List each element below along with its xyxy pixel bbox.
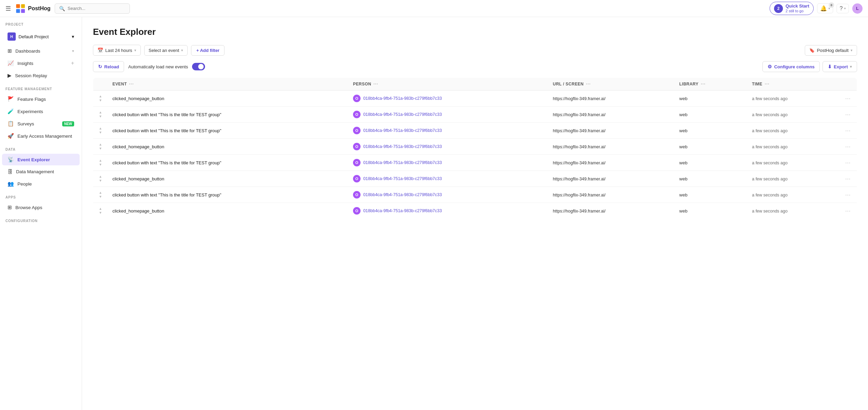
row-expand-cell: ▲ ▼ [93, 139, 108, 155]
row-menu-icon[interactable]: ⋯ [844, 175, 852, 182]
toggle-slider [192, 63, 205, 70]
event-name[interactable]: clicked button with text "This is the ti… [112, 160, 221, 165]
row-menu-icon[interactable]: ⋯ [844, 159, 852, 166]
time-range-button[interactable]: 📅 Last 24 hours ▾ [93, 45, 141, 56]
user-avatar[interactable]: L [852, 3, 863, 14]
sidebar-item-data-management[interactable]: 🗄 Data Management [2, 166, 80, 177]
logo-text: PostHog [28, 5, 51, 12]
person-link[interactable]: 018bb4ca-9fb4-751a-983b-c279f6bb7c33 [363, 96, 442, 101]
event-name[interactable]: clicked_homepage_button [112, 208, 164, 214]
menu-icon[interactable]: ☰ [5, 5, 11, 12]
caret-down-icon: ▼ [99, 163, 102, 166]
table-row: ▲ ▼ clicked_homepage_button O 018bb4ca-9… [93, 171, 857, 187]
sidebar: PROJECT H Default Project ▾ ⊞ Dashboards… [0, 17, 82, 410]
event-name[interactable]: clicked button with text "This is the ti… [112, 112, 221, 117]
caret-up-icon: ▲ [99, 175, 102, 178]
table-row: ▲ ▼ clicked button with text "This is th… [93, 107, 857, 123]
event-name[interactable]: clicked_homepage_button [112, 176, 164, 181]
sidebar-item-feature-flags[interactable]: 🚩 Feature Flags [2, 93, 80, 105]
bell-icon: 🔔 [820, 5, 827, 12]
surveys-new-badge: NEW [62, 121, 74, 126]
export-button[interactable]: ⬇ Export ▾ [823, 61, 857, 72]
select-event-chevron-icon: ▾ [181, 48, 183, 53]
sidebar-item-dashboards[interactable]: ⊞ Dashboards ▾ [2, 45, 80, 57]
project-selector[interactable]: H Default Project ▾ [2, 30, 80, 43]
data-section-label: DATA [0, 142, 82, 153]
event-name[interactable]: clicked_homepage_button [112, 96, 164, 101]
expand-button[interactable]: ▲ ▼ [98, 206, 103, 215]
expand-button[interactable]: ▲ ▼ [98, 158, 103, 167]
row-menu-icon[interactable]: ⋯ [844, 207, 852, 215]
person-link[interactable]: 018bb4ca-9fb4-751a-983b-c279f6bb7c33 [363, 208, 442, 213]
expand-button[interactable]: ▲ ▼ [98, 142, 103, 151]
event-col-menu-icon[interactable]: ⋯ [129, 81, 134, 87]
row-menu-icon[interactable]: ⋯ [844, 143, 852, 150]
nav-right: 2 Quick Start 2 still to go 🔔 0 ▾ ? ▾ L [770, 2, 863, 15]
row-menu-icon[interactable]: ⋯ [844, 127, 852, 134]
event-name[interactable]: clicked button with text "This is the ti… [112, 128, 221, 133]
time-value: a few seconds ago [752, 112, 787, 117]
sidebar-item-early-access[interactable]: 🚀 Early Access Management [2, 130, 80, 142]
event-cell: clicked button with text "This is the ti… [108, 155, 348, 171]
sidebar-item-session-replay[interactable]: ▶ Session Replay [2, 70, 80, 81]
sidebar-item-experiments[interactable]: 🧪 Experiments [2, 106, 80, 117]
caret-down-icon: ▼ [99, 131, 102, 134]
notifications-button[interactable]: 🔔 0 ▾ [817, 3, 833, 13]
person-link[interactable]: 018bb4ca-9fb4-751a-983b-c279f6bb7c33 [363, 128, 442, 133]
configure-columns-button[interactable]: ⚙ Configure columns [762, 61, 819, 72]
sidebar-item-browse-apps[interactable]: ⊞ Browse Apps [2, 202, 80, 213]
row-menu-icon[interactable]: ⋯ [844, 111, 852, 118]
auto-load-toggle[interactable] [192, 63, 205, 70]
library-value: web [679, 208, 688, 214]
person-link[interactable]: 018bb4ca-9fb4-751a-983b-c279f6bb7c33 [363, 160, 442, 165]
event-name[interactable]: clicked_homepage_button [112, 144, 164, 149]
time-cell: a few seconds ago [747, 139, 839, 155]
event-cell: clicked_homepage_button [108, 171, 348, 187]
table-row: ▲ ▼ clicked button with text "This is th… [93, 187, 857, 203]
help-button[interactable]: ? ▾ [837, 4, 849, 13]
quick-start-label: Quick Start [786, 3, 809, 9]
person-link[interactable]: 018bb4ca-9fb4-751a-983b-c279f6bb7c33 [363, 144, 442, 149]
sidebar-item-surveys[interactable]: 📋 Surveys NEW [2, 118, 80, 129]
person-link[interactable]: 018bb4ca-9fb4-751a-983b-c279f6bb7c33 [363, 192, 442, 197]
search-input[interactable] [68, 6, 125, 11]
event-explorer-icon: 📡 [8, 156, 14, 163]
caret-up-icon: ▲ [99, 207, 102, 210]
library-cell: web [675, 171, 747, 187]
event-name[interactable]: clicked button with text "This is the ti… [112, 192, 221, 197]
library-cell: web [675, 155, 747, 171]
person-col-menu-icon[interactable]: ⋯ [373, 81, 378, 87]
expand-button[interactable]: ▲ ▼ [98, 110, 103, 119]
main-content: Event Explorer 📅 Last 24 hours ▾ Select … [82, 17, 868, 410]
time-range-chevron-icon: ▾ [134, 48, 136, 53]
time-col-menu-icon[interactable]: ⋯ [764, 81, 769, 87]
person-link[interactable]: 018bb4ca-9fb4-751a-983b-c279f6bb7c33 [363, 112, 442, 117]
person-link[interactable]: 018bb4ca-9fb4-751a-983b-c279f6bb7c33 [363, 176, 442, 181]
th-expand [93, 78, 108, 91]
reload-button[interactable]: ↻ Reload [93, 61, 124, 72]
quick-start-button[interactable]: 2 Quick Start 2 still to go [770, 2, 814, 15]
search-box[interactable]: 🔍 [55, 3, 130, 14]
expand-button[interactable]: ▲ ▼ [98, 174, 103, 183]
insights-plus-icon[interactable]: + [71, 60, 74, 66]
expand-button[interactable]: ▲ ▼ [98, 126, 103, 135]
configure-columns-icon: ⚙ [768, 64, 772, 69]
row-menu-icon[interactable]: ⋯ [844, 191, 852, 199]
sidebar-item-insights[interactable]: 📈 Insights + [2, 57, 80, 69]
person-avatar: O [353, 175, 361, 182]
sidebar-item-people[interactable]: 👥 People [2, 178, 80, 190]
th-row-menu [839, 78, 857, 91]
sidebar-item-event-explorer[interactable]: 📡 Event Explorer [2, 154, 80, 165]
expand-button[interactable]: ▲ ▼ [98, 190, 103, 199]
row-menu-cell: ⋯ [839, 187, 857, 203]
url-col-menu-icon[interactable]: ⋯ [586, 81, 591, 87]
events-table: EVENT ⋯ PERSON ⋯ URL / SCREEN ⋯ [93, 78, 857, 219]
add-filter-button[interactable]: + Add filter [191, 45, 225, 56]
library-col-menu-icon[interactable]: ⋯ [701, 81, 705, 87]
url-value: https://hogflix-349.framer.ai/ [553, 128, 606, 133]
expand-button[interactable]: ▲ ▼ [98, 94, 103, 103]
select-event-button[interactable]: Select an event ▾ [144, 45, 188, 56]
th-url-label: URL / SCREEN [553, 82, 584, 86]
posthog-default-button[interactable]: 🔖 PostHog default ▾ [805, 45, 857, 56]
row-menu-icon[interactable]: ⋯ [844, 95, 852, 102]
